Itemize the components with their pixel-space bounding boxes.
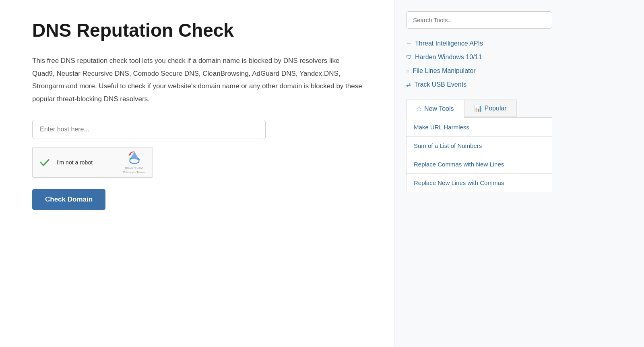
list-item[interactable]: Replace Commas with New Lines — [407, 155, 552, 174]
threat-intelligence-link[interactable]: Threat Intelligence APIs — [415, 40, 483, 47]
recaptcha-label: I'm not a robot — [57, 159, 93, 166]
check-domain-button[interactable]: Check Domain — [32, 189, 105, 210]
main-content: DNS Reputation Check This free DNS reput… — [0, 0, 394, 347]
recaptcha-terms-link[interactable]: Terms — [136, 170, 145, 174]
file-lines-link[interactable]: File Lines Manipulator — [413, 67, 476, 75]
checkmark-icon — [38, 156, 51, 169]
sidebar-item-threat-intelligence[interactable]: ↔ Threat Intelligence APIs — [406, 40, 552, 47]
sidebar-item-file-lines[interactable]: ≡ File Lines Manipulator — [406, 67, 552, 75]
recaptcha-text: reCAPTCHA Privacy - Terms — [123, 166, 145, 175]
recaptcha-sub-label: reCAPTCHA — [125, 166, 143, 170]
sidebar-item-harden-windows[interactable]: 🛡 Harden Windows 10/11 — [406, 54, 552, 61]
make-url-harmless-link[interactable]: Make URL Harmless — [407, 118, 552, 136]
sidebar-item-track-usb[interactable]: ⇄ Track USB Events — [406, 81, 552, 88]
harden-windows-link[interactable]: Harden Windows 10/11 — [415, 54, 482, 61]
star-icon: ☆ — [416, 105, 422, 112]
recaptcha-right: reCAPTCHA Privacy - Terms — [123, 150, 145, 175]
sidebar-quick-links: ↔ Threat Intelligence APIs 🛡 Harden Wind… — [406, 40, 552, 88]
recaptcha-box[interactable]: I'm not a robot reCAPTCHA Privacy - Term… — [32, 147, 153, 178]
search-input-wrapper — [406, 11, 552, 29]
shield-icon: 🛡 — [406, 54, 412, 60]
track-usb-link[interactable]: Track USB Events — [414, 81, 466, 88]
tabs-row: ☆ New Tools 📊 Popular — [406, 100, 552, 118]
replace-commas-link[interactable]: Replace Commas with New Lines — [407, 155, 552, 173]
tab-popular[interactable]: 📊 Popular — [464, 100, 517, 117]
tool-list: Make URL Harmless Sum of a List of Numbe… — [406, 118, 552, 192]
chart-icon: 📊 — [474, 104, 482, 112]
sidebar: ↔ Threat Intelligence APIs 🛡 Harden Wind… — [394, 0, 564, 347]
recaptcha-privacy-link[interactable]: Privacy — [123, 170, 134, 174]
description: This free DNS reputation check tool lets… — [32, 54, 362, 105]
list-item[interactable]: Sum of a List of Numbers — [407, 137, 552, 155]
tab-new-tools[interactable]: ☆ New Tools — [406, 100, 464, 118]
recaptcha-logo-icon — [127, 150, 142, 165]
list-item[interactable]: Replace New Lines with Commas — [407, 174, 552, 192]
threat-intelligence-icon: ↔ — [406, 40, 412, 47]
recaptcha-left: I'm not a robot — [38, 156, 93, 169]
replace-new-lines-link[interactable]: Replace New Lines with Commas — [407, 174, 552, 192]
host-input[interactable] — [32, 120, 266, 139]
tab-new-tools-label: New Tools — [424, 105, 454, 112]
usb-icon: ⇄ — [406, 81, 411, 88]
sum-of-list-link[interactable]: Sum of a List of Numbers — [407, 137, 552, 155]
lines-icon: ≡ — [406, 68, 409, 74]
tab-popular-label: Popular — [485, 105, 507, 112]
page-title: DNS Reputation Check — [32, 19, 370, 42]
search-tools-input[interactable] — [406, 11, 552, 29]
list-item[interactable]: Make URL Harmless — [407, 118, 552, 137]
